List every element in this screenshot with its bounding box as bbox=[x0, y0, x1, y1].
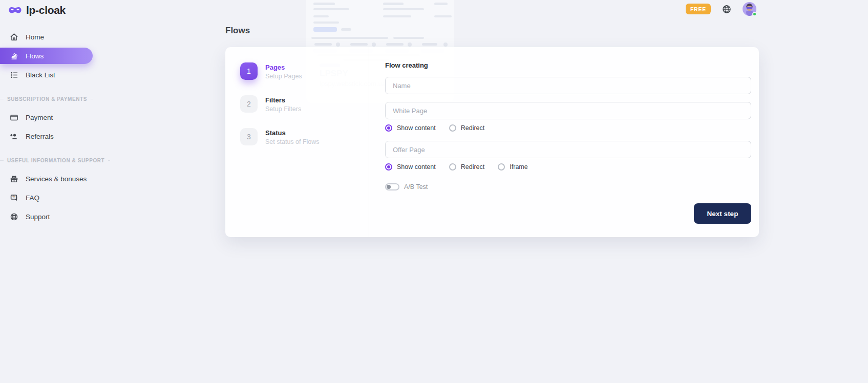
lifebuoy-icon bbox=[9, 212, 18, 221]
section-title: SUBSCRIPTION & PAYMENTS bbox=[7, 96, 87, 102]
home-icon bbox=[9, 32, 18, 41]
sidebar-item-services[interactable]: Services & bonuses bbox=[0, 171, 97, 187]
online-status-dot bbox=[752, 12, 757, 16]
plan-badge[interactable]: FREE bbox=[686, 4, 711, 14]
sidebar-item-label: Referrals bbox=[26, 133, 54, 140]
step-subtitle: Setup Filters bbox=[265, 105, 301, 113]
ab-test-toggle[interactable] bbox=[385, 183, 399, 190]
step-status[interactable]: 3 Status Set status of Flows bbox=[240, 128, 369, 145]
svg-text:?!: ?! bbox=[12, 195, 15, 199]
sidebar-item-referrals[interactable]: Referrals bbox=[0, 128, 97, 144]
sidebar-item-payment[interactable]: Payment bbox=[0, 109, 97, 125]
user-avatar[interactable] bbox=[743, 2, 756, 16]
offer-page-input[interactable] bbox=[385, 141, 751, 158]
step-title: Pages bbox=[265, 62, 302, 71]
gift-icon bbox=[9, 174, 18, 183]
radio-label: Iframe bbox=[510, 163, 527, 171]
offer-iframe-radio[interactable] bbox=[498, 163, 505, 171]
step-number: 3 bbox=[240, 128, 258, 145]
offer-show-content-radio[interactable] bbox=[385, 163, 392, 171]
offer-page-mode-group: Show content Redirect Iframe bbox=[385, 161, 751, 173]
ab-test-row: A/B Test bbox=[385, 183, 751, 190]
sidebar-item-label: Home bbox=[26, 33, 44, 41]
step-title: Filters bbox=[265, 95, 301, 104]
step-pages[interactable]: 1 Pages Setup Pages bbox=[240, 62, 369, 80]
sidebar: lp-cloak Home Flows bbox=[0, 0, 97, 383]
faq-bubble-icon: ?! bbox=[9, 193, 18, 202]
radio-label: Redirect bbox=[461, 124, 485, 132]
sidebar-item-flows[interactable]: Flows bbox=[0, 48, 93, 64]
radio-label: Show content bbox=[397, 163, 436, 171]
step-number: 2 bbox=[240, 95, 258, 113]
offer-redirect-radio[interactable] bbox=[449, 163, 456, 171]
sidebar-item-support[interactable]: Support bbox=[0, 208, 97, 225]
sidebar-section-subscription: SUBSCRIPTION & PAYMENTS bbox=[0, 96, 97, 102]
white-page-input[interactable] bbox=[385, 102, 751, 119]
form-title: Flow creating bbox=[385, 61, 751, 69]
stepper: 1 Pages Setup Pages 2 Filters Setup Filt… bbox=[225, 47, 369, 237]
step-subtitle: Set status of Flows bbox=[265, 138, 320, 145]
brand-name: lp-cloak bbox=[26, 4, 66, 16]
referral-user-icon bbox=[9, 132, 18, 141]
flow-creating-modal: 1 Pages Setup Pages 2 Filters Setup Filt… bbox=[225, 47, 759, 237]
white-show-content-radio[interactable] bbox=[385, 124, 392, 132]
sidebar-item-label: Black List bbox=[26, 71, 55, 79]
white-page-mode-group: Show content Redirect bbox=[385, 122, 751, 134]
sidebar-section-support: USEFUL INFORMATION & SUPPORT bbox=[0, 158, 97, 163]
page-title: Flows bbox=[225, 26, 250, 36]
ab-test-label: A/B Test bbox=[404, 183, 428, 190]
brand-logo[interactable]: lp-cloak bbox=[0, 0, 97, 16]
radio-label: Show content bbox=[397, 124, 436, 132]
step-title: Status bbox=[265, 128, 320, 137]
step-subtitle: Setup Pages bbox=[265, 73, 302, 80]
flow-form: Flow creating Show content Redirect Show… bbox=[369, 47, 759, 237]
language-globe-icon[interactable] bbox=[722, 5, 731, 14]
sidebar-item-label: Support bbox=[26, 213, 50, 221]
step-number: 1 bbox=[240, 62, 258, 80]
sidebar-item-label: Services & bonuses bbox=[26, 175, 87, 183]
radio-label: Redirect bbox=[461, 163, 485, 171]
credit-card-icon bbox=[9, 113, 18, 122]
mask-logo-icon bbox=[8, 5, 22, 15]
sidebar-item-home[interactable]: Home bbox=[0, 29, 97, 45]
sidebar-item-label: FAQ bbox=[26, 194, 39, 202]
sidebar-item-label: Payment bbox=[26, 114, 53, 121]
next-step-button[interactable]: Next step bbox=[694, 203, 751, 224]
sidebar-item-faq[interactable]: ?! FAQ bbox=[0, 189, 97, 206]
flow-name-input[interactable] bbox=[385, 77, 751, 94]
step-filters[interactable]: 2 Filters Setup Filters bbox=[240, 95, 369, 113]
white-redirect-radio[interactable] bbox=[449, 124, 456, 132]
sidebar-item-label: Flows bbox=[26, 52, 44, 60]
flows-icon bbox=[9, 51, 18, 60]
section-title: USEFUL INFORMATION & SUPPORT bbox=[7, 158, 104, 163]
list-icon bbox=[9, 70, 18, 79]
sidebar-item-black-list[interactable]: Black List bbox=[0, 67, 97, 83]
